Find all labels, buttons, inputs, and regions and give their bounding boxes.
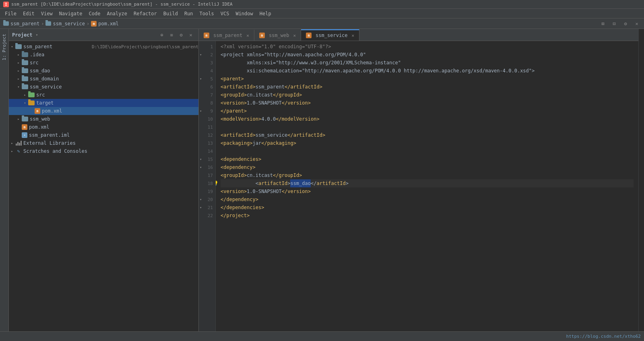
fold-icon-16[interactable]: ▾ <box>200 165 202 169</box>
tree-item-pom-xml[interactable]: m pom.xml <box>9 107 198 115</box>
tree-item-target[interactable]: target <box>9 99 198 107</box>
tree-item-iml[interactable]: ✦ ssm_parent.iml <box>9 131 198 139</box>
expand-ssm-parent[interactable] <box>9 45 15 49</box>
title-text: ssm_parent [D:\IDE\ideaProject\springboo… <box>11 2 233 7</box>
hide-btn[interactable]: ✕ <box>633 20 641 28</box>
expand-scratches[interactable] <box>9 149 15 153</box>
tree-item-src[interactable]: src <box>9 59 198 67</box>
tree-item-idea[interactable]: .idea <box>9 51 198 59</box>
menu-navigate[interactable]: Navigate <box>56 10 86 17</box>
line-number-22: 22 <box>199 212 215 220</box>
tree-item-ssm-domain[interactable]: ssm_domain <box>9 75 198 83</box>
line-number-5: ▾5 <box>199 75 215 83</box>
tree-item-ext-libs[interactable]: External Libraries <box>9 139 198 147</box>
tab-close-0[interactable]: ✕ <box>246 33 249 38</box>
folder-icon-idea <box>22 52 28 57</box>
right-strip <box>638 29 644 331</box>
menu-file[interactable]: File <box>2 10 20 17</box>
breadcrumb-ssm-parent[interactable]: ssm_parent <box>3 21 39 27</box>
code-content[interactable]: <?xml version="1.0" encoding="UTF-8"?><p… <box>216 41 638 331</box>
project-dropdown-arrow[interactable]: ▾ <box>36 33 38 37</box>
menu-code[interactable]: Code <box>86 10 104 17</box>
menu-analyze[interactable]: Analyze <box>103 10 130 17</box>
code-line-13: <packaging>jar</packaging> <box>221 139 634 147</box>
line-number-21: ▾21 <box>199 203 215 212</box>
collapse-btn[interactable]: ⊟ <box>610 20 618 28</box>
menu-run[interactable]: Run <box>181 10 196 17</box>
panel-hide-btn[interactable]: ✕ <box>186 31 195 39</box>
tree-item-ssm-web[interactable]: ssm_web <box>9 115 198 123</box>
menu-help[interactable]: Help <box>256 10 275 17</box>
expand-src[interactable] <box>15 61 22 65</box>
code-line-8: <version>1.0-SNAPSHOT</version> <box>221 99 634 107</box>
tab-ssm-service[interactable]: m ssm_service ✕ <box>301 29 359 41</box>
line-number-1: 1 <box>199 43 215 51</box>
breadcrumb-pom[interactable]: m pom.xml <box>91 21 119 27</box>
tree-label-src: src <box>30 60 198 66</box>
tab-ssm-web[interactable]: m ssm_web ✕ <box>254 29 301 41</box>
locate-file-btn[interactable]: ⊕ <box>157 31 166 39</box>
code-line-16: <dependency> <box>221 163 634 171</box>
code-line-9: </parent> <box>221 107 634 115</box>
line-number-13: 13 <box>199 139 215 147</box>
lightbulb-18[interactable]: 💡 <box>216 179 219 187</box>
expand-ssm-service[interactable] <box>15 85 22 89</box>
status-link[interactable]: https://blog.csdn.net/xtho62 <box>566 334 641 339</box>
panel-settings-btn[interactable]: ⚙ <box>177 31 186 39</box>
menu-edit[interactable]: Edit <box>20 10 38 17</box>
code-line-10: <modelVersion>4.0.0</modelVersion> <box>221 115 634 123</box>
line-number-6: 6 <box>199 83 215 91</box>
tab-ssm-parent[interactable]: m ssm_parent ✕ <box>199 29 254 41</box>
gutter: 1▾234▾5678▾91011121314▾15▾16171819▾20▾21… <box>199 41 216 331</box>
expand-all-btn[interactable]: ⊞ <box>599 20 607 28</box>
menu-build[interactable]: Build <box>160 10 181 17</box>
folder-icon-ssm-domain <box>22 76 28 81</box>
code-line-21: </dependencies> <box>221 203 634 212</box>
expand-ssm-domain[interactable] <box>15 77 22 81</box>
fold-icon-5[interactable]: ▾ <box>200 77 202 81</box>
settings-btn[interactable]: ⚙ <box>621 20 630 28</box>
tree-label-ssm-domain: ssm_domain <box>30 76 198 82</box>
expand-ssm-dao[interactable] <box>15 69 22 73</box>
line-number-18: 18 <box>199 179 215 187</box>
line-number-19: 19 <box>199 187 215 195</box>
tree-item-ssm-service[interactable]: ssm_service <box>9 83 198 91</box>
line-number-16: ▾16 <box>199 163 215 171</box>
folder-icon <box>3 21 9 26</box>
menu-view[interactable]: View <box>38 10 56 17</box>
tree-item-src2[interactable]: src <box>9 91 198 99</box>
expand-ssm-web[interactable] <box>15 117 22 121</box>
menu-tools[interactable]: Tools <box>196 10 217 17</box>
collapse-all-btn[interactable]: ≡ <box>167 31 176 39</box>
expand-idea[interactable] <box>15 53 22 57</box>
tree-label-scratches: Scratches and Consoles <box>23 148 198 154</box>
fold-icon-15[interactable]: ▾ <box>200 157 202 161</box>
tab-label-2: ssm_service <box>316 33 347 38</box>
expand-target[interactable] <box>22 101 28 105</box>
line-number-14: 14 <box>199 147 215 155</box>
fold-icon-21[interactable]: ▾ <box>200 205 202 210</box>
tree-item-scratches[interactable]: ✎ Scratches and Consoles <box>9 147 198 155</box>
breadcrumb-ssm-service[interactable]: ssm_service <box>45 21 85 27</box>
expand-src2[interactable] <box>22 93 28 97</box>
line-number-12: 12 <box>199 131 215 139</box>
m-icon: m <box>91 21 97 27</box>
expand-ext-libs[interactable] <box>9 141 15 145</box>
tree-item-ssm-parent-root[interactable]: ssm_parent D:\IDE\ideaProject\springboot… <box>9 43 198 51</box>
fold-icon-2[interactable]: ▾ <box>200 53 202 57</box>
tab-close-1[interactable]: ✕ <box>293 33 296 38</box>
project-header-icons: ⊕ ≡ ⚙ ✕ <box>157 31 195 39</box>
menu-vcs[interactable]: VCS <box>217 10 233 17</box>
folder-icon-ssm-dao <box>22 68 28 73</box>
tab-icon-0: m <box>204 33 209 38</box>
tab-close-2[interactable]: ✕ <box>352 33 355 38</box>
fold-icon-9[interactable]: ▾ <box>200 109 202 113</box>
tree-item-pom-root[interactable]: m pom.xml <box>9 123 198 131</box>
sidebar-project-label[interactable]: 1: Project <box>1 31 8 64</box>
tree-item-ssm-dao[interactable]: ssm_dao <box>9 67 198 75</box>
menu-window[interactable]: Window <box>232 10 256 17</box>
fold-icon-20[interactable]: ▾ <box>200 197 202 201</box>
tree-label-idea: .idea <box>30 52 198 58</box>
menu-refactor[interactable]: Refactor <box>130 10 160 17</box>
breadcrumb-sep-2: › <box>87 21 89 27</box>
